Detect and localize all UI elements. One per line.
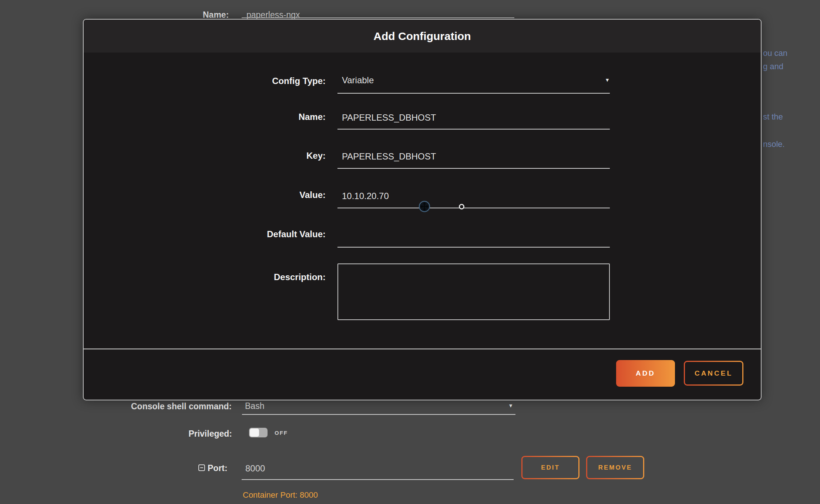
add-button[interactable]: ADD [616,360,675,387]
value-input[interactable] [337,189,610,208]
port-input[interactable]: 8000 [242,463,514,480]
default-value-input[interactable] [337,228,610,248]
port-value: 8000 [245,463,265,474]
config-type-label: Config Type: [141,76,326,86]
bg-name-label: Name: [203,10,229,20]
default-value-label: Default Value: [141,229,326,239]
help-text-fragment: nsole. [763,140,785,149]
key-label: Key: [141,151,326,161]
bg-name-value[interactable]: paperless-ngx [246,10,300,20]
port-label: Port: [208,463,228,473]
container-port-note: Container Port: 8000 [243,490,318,500]
console-shell-select[interactable]: Bash ▼ [242,401,515,415]
description-label: Description: [141,272,326,282]
edit-button-label: EDIT [522,457,578,478]
help-text-fragment: st the [763,112,783,122]
console-shell-value: Bash [245,401,264,411]
modal-title: Add Configuration [373,30,471,43]
edit-button[interactable]: EDIT [521,456,579,479]
chevron-down-icon: ▼ [508,403,513,408]
cancel-button-label: CANCEL [685,362,742,384]
chevron-down-icon: ▼ [605,77,610,83]
help-text-fragment: g and [763,62,783,71]
name-input[interactable] [337,111,610,130]
privileged-state: OFF [275,430,288,436]
cancel-button[interactable]: CANCEL [684,361,743,386]
name-label: Name: [141,112,326,122]
key-input[interactable] [337,149,610,169]
privileged-toggle[interactable] [249,428,268,437]
collapse-minus-icon[interactable] [198,464,205,471]
value-label: Value: [141,190,326,200]
console-shell-label: Console shell command: [131,401,232,411]
remove-button[interactable]: REMOVE [586,456,644,479]
help-text-fragment: ou can [763,48,787,58]
modal-header: Add Configuration [84,20,761,53]
config-type-select[interactable]: Variable ▼ [337,75,610,94]
config-type-value: Variable [342,75,374,85]
move-cursor-icon [418,200,431,213]
description-textarea[interactable] [337,263,610,320]
circle-marker-icon [459,204,464,209]
add-button-label: ADD [636,369,655,377]
remove-button-label: REMOVE [587,457,643,478]
toggle-knob-icon [250,429,259,437]
privileged-label: Privileged: [183,429,232,439]
bg-name-underline [242,17,514,18]
footer-divider [84,349,761,349]
minus-bar [200,467,203,468]
